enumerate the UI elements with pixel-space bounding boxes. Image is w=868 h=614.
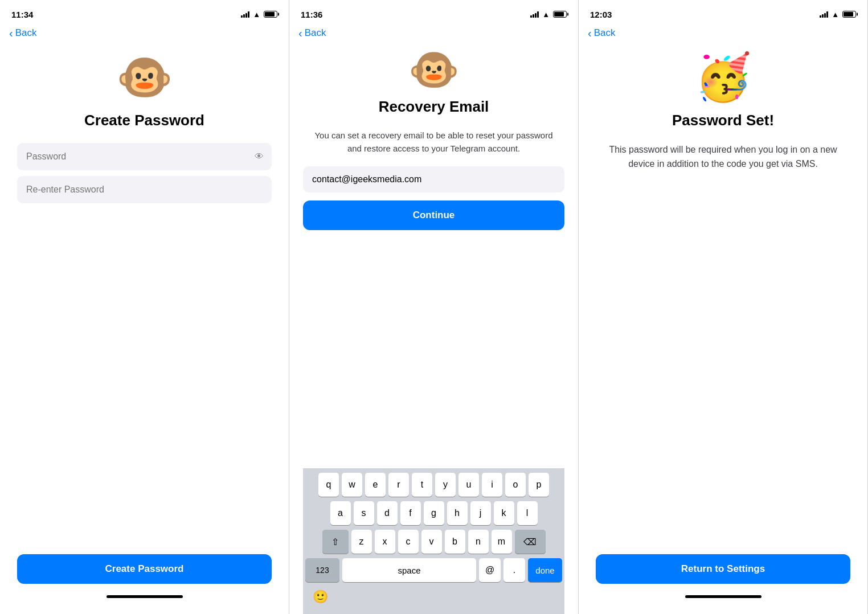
status-icons-2: ▲ [530, 10, 567, 19]
back-button-2[interactable]: ‹ Back [298, 27, 569, 39]
key-y[interactable]: y [435, 473, 456, 497]
keyboard: q w e r t y u i o p a s d f g h j k [303, 468, 564, 614]
back-button-3[interactable]: ‹ Back [588, 27, 858, 39]
key-x[interactable]: x [375, 530, 395, 554]
screen1-content: 🐵 Create Password 👁 Create Password [0, 43, 289, 614]
chevron-left-icon-3: ‹ [588, 27, 592, 39]
chevron-left-icon-2: ‹ [298, 27, 302, 39]
status-bar-2: 11:36 ▲ [289, 0, 578, 25]
key-u[interactable]: u [458, 473, 479, 497]
create-password-title: Create Password [84, 112, 204, 129]
key-q[interactable]: q [318, 473, 339, 497]
key-done[interactable]: done [528, 558, 562, 582]
key-r[interactable]: r [388, 473, 409, 497]
time-2: 11:36 [301, 10, 322, 19]
battery-icon-3 [842, 11, 856, 18]
key-n[interactable]: n [468, 530, 489, 554]
signal-icon-2 [530, 11, 539, 18]
key-e[interactable]: e [365, 473, 386, 497]
battery-icon-1 [264, 11, 277, 18]
key-t[interactable]: t [412, 473, 432, 497]
screen3-content: 🥳 Password Set! This password will be re… [579, 43, 867, 614]
screen-password-set: 12:03 ▲ ‹ Back 🥳 Password Set! This pass… [579, 0, 868, 614]
email-input[interactable] [303, 166, 564, 193]
key-m[interactable]: m [492, 530, 512, 554]
reenter-password-field-wrapper [17, 176, 272, 203]
return-to-settings-button[interactable]: Return to Settings [596, 554, 850, 584]
status-bar-3: 12:03 ▲ [579, 0, 867, 25]
monkey-emoji-2: 🐵 [408, 49, 460, 90]
back-button-1[interactable]: ‹ Back [9, 27, 280, 39]
home-indicator-1 [107, 595, 183, 598]
chevron-left-icon-1: ‹ [9, 27, 13, 39]
keyboard-emoji-row: 🙂 [305, 584, 562, 612]
keyboard-row-2: a s d f g h j k l [305, 501, 562, 525]
key-w[interactable]: w [342, 473, 362, 497]
key-z[interactable]: z [351, 530, 372, 554]
screen-recovery-email: 11:36 ▲ ‹ Back 🐵 Recovery Email You can … [289, 0, 579, 614]
wifi-icon-2: ▲ [542, 10, 550, 19]
key-space[interactable]: space [342, 558, 476, 582]
key-g[interactable]: g [424, 501, 444, 525]
back-label-2: Back [305, 27, 326, 39]
wifi-icon-1: ▲ [253, 10, 260, 19]
key-123[interactable]: 123 [305, 558, 339, 582]
password-set-description: This password will be required when you … [596, 143, 850, 171]
status-bar-1: 11:34 ▲ [0, 0, 289, 25]
create-password-button[interactable]: Create Password [17, 554, 272, 584]
key-p[interactable]: p [529, 473, 549, 497]
key-c[interactable]: c [398, 530, 419, 554]
eye-icon[interactable]: 👁 [255, 152, 264, 162]
signal-icon-1 [241, 11, 249, 18]
time-1: 11:34 [11, 10, 33, 19]
key-h[interactable]: h [447, 501, 468, 525]
key-b[interactable]: b [445, 530, 465, 554]
reenter-password-input[interactable] [17, 176, 272, 203]
key-v[interactable]: v [421, 530, 442, 554]
key-emoji[interactable]: 🙂 [310, 587, 330, 607]
key-f[interactable]: f [400, 501, 421, 525]
password-field-wrapper: 👁 [17, 143, 272, 170]
battery-icon-2 [553, 11, 567, 18]
key-delete[interactable]: ⌫ [515, 530, 546, 554]
nav-bar-1: ‹ Back [0, 25, 289, 43]
recovery-email-description: You can set a recovery email to be able … [303, 129, 564, 155]
key-d[interactable]: d [377, 501, 398, 525]
key-shift[interactable]: ⇧ [322, 530, 349, 554]
key-l[interactable]: l [517, 501, 538, 525]
time-3: 12:03 [590, 10, 612, 19]
status-icons-1: ▲ [241, 10, 277, 19]
screen2-content: 🐵 Recovery Email You can set a recovery … [289, 43, 578, 614]
key-i[interactable]: i [482, 473, 502, 497]
key-dot[interactable]: . [503, 558, 525, 582]
wifi-icon-3: ▲ [832, 10, 839, 19]
key-at[interactable]: @ [479, 558, 501, 582]
status-icons-3: ▲ [820, 10, 856, 19]
home-indicator-3 [685, 595, 761, 598]
party-emoji: 🥳 [695, 55, 752, 100]
key-o[interactable]: o [505, 473, 526, 497]
password-set-title: Password Set! [672, 112, 774, 129]
keyboard-row-bottom: 123 space @ . done [305, 558, 562, 582]
recovery-email-title: Recovery Email [379, 98, 489, 116]
back-label-1: Back [15, 27, 37, 39]
key-a[interactable]: a [330, 501, 351, 525]
key-s[interactable]: s [354, 501, 374, 525]
key-j[interactable]: j [470, 501, 491, 525]
nav-bar-2: ‹ Back [289, 25, 578, 43]
signal-icon-3 [820, 11, 828, 18]
email-input-wrapper [303, 166, 564, 193]
continue-button[interactable]: Continue [303, 200, 564, 230]
password-input[interactable] [17, 143, 272, 170]
keyboard-row-3: ⇧ z x c v b n m ⌫ [305, 530, 562, 554]
monkey-emoji-1: 🐵 [116, 55, 173, 100]
keyboard-row-1: q w e r t y u i o p [305, 473, 562, 497]
nav-bar-3: ‹ Back [579, 25, 867, 43]
back-label-3: Back [594, 27, 616, 39]
screen-create-password: 11:34 ▲ ‹ Back 🐵 Create Password 👁 [0, 0, 289, 614]
key-k[interactable]: k [494, 501, 514, 525]
